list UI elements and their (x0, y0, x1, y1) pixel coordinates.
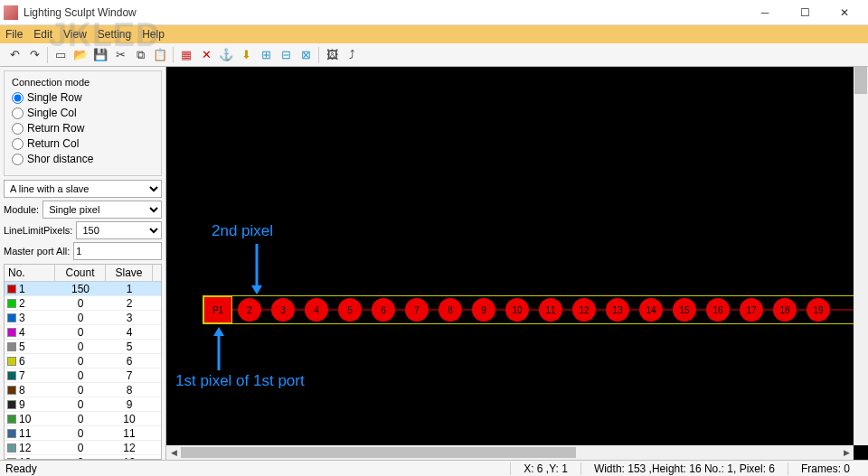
table-row[interactable]: 303 (5, 311, 161, 325)
pixel-first[interactable]: P1 (203, 296, 232, 323)
row-no: 1 (19, 283, 25, 295)
pixel-dot[interactable]: 13 (606, 298, 629, 322)
scroll-left-icon[interactable]: ◀ (166, 445, 181, 460)
scroll-right-icon[interactable]: ▶ (839, 445, 854, 460)
redo-icon[interactable]: ↷ (25, 46, 43, 64)
row-count: 0 (55, 341, 106, 353)
status-bar: Ready X: 6 ,Y: 1 Width: 153 ,Height: 16 … (0, 460, 868, 476)
cut-icon[interactable]: ✂ (111, 46, 129, 64)
pixel-dot[interactable]: 10 (505, 298, 529, 322)
pixel-dot[interactable]: 18 (773, 298, 797, 322)
arrow-down-icon (248, 244, 266, 297)
table-row[interactable]: 11501 (5, 282, 161, 296)
color-swatch (7, 371, 16, 380)
color-swatch (7, 313, 16, 322)
line-mode-select[interactable]: A line with a slave (4, 180, 162, 198)
col-slave: Slave (106, 265, 153, 281)
scrollbar-track[interactable] (181, 446, 839, 459)
select-icon[interactable]: ⊞ (257, 46, 275, 64)
menu-setting[interactable]: Setting (98, 28, 131, 41)
new-icon[interactable]: ▭ (52, 46, 70, 64)
link-icon[interactable]: ⊠ (297, 46, 315, 64)
open-icon[interactable]: 📂 (71, 46, 90, 64)
pixel-dot[interactable]: 17 (740, 298, 763, 322)
row-count: 0 (55, 398, 106, 411)
row-slave: 12 (106, 442, 153, 454)
export-icon[interactable]: ⤴ (343, 46, 361, 64)
delete-icon[interactable]: ✕ (197, 46, 215, 64)
row-no: 6 (19, 355, 25, 368)
minimize-button[interactable]: ─ (745, 0, 785, 25)
radio-single-col[interactable] (12, 107, 24, 119)
pixel-dot[interactable]: 15 (673, 298, 696, 322)
table-row[interactable]: 13013 (5, 455, 161, 459)
row-no: 8 (19, 384, 25, 397)
image-icon[interactable]: 🖼 (323, 46, 341, 64)
port-table: No. Count Slave 115012023034045056067078… (4, 264, 162, 460)
save-icon[interactable]: 💾 (91, 46, 109, 64)
menu-view[interactable]: View (63, 28, 87, 41)
menu-edit[interactable]: Edit (33, 28, 52, 41)
canvas-area[interactable]: 2nd pixel P1 234567891011121314151617181… (166, 67, 868, 460)
pixel-dot[interactable]: 2 (238, 298, 261, 322)
color-swatch (7, 328, 16, 337)
row-count: 150 (55, 283, 106, 295)
pixel-dot[interactable]: 9 (472, 298, 495, 322)
down-icon[interactable]: ⬇ (237, 46, 255, 64)
table-row[interactable]: 606 (5, 354, 161, 369)
table-row[interactable]: 10010 (5, 412, 161, 426)
pixel-dot[interactable]: 11 (539, 298, 562, 322)
paste-icon[interactable]: 📋 (151, 46, 169, 64)
table-row[interactable]: 12012 (5, 441, 161, 455)
radio-shor-distance[interactable] (12, 154, 24, 165)
pixel-dot[interactable]: 5 (338, 298, 362, 322)
table-row[interactable]: 202 (5, 296, 161, 311)
color-swatch (7, 357, 16, 366)
maximize-button[interactable]: ☐ (785, 0, 825, 25)
table-row[interactable]: 707 (5, 369, 161, 383)
color-swatch (7, 415, 16, 424)
table-row[interactable]: 11011 (5, 426, 161, 441)
table-row[interactable]: 404 (5, 325, 161, 340)
pixel-dot[interactable]: 3 (271, 298, 295, 322)
module-select[interactable]: Single pixel (42, 201, 162, 219)
radio-label: Single Row (27, 91, 82, 104)
copy-icon[interactable]: ⧉ (131, 46, 149, 64)
undo-icon[interactable]: ↶ (5, 46, 24, 64)
row-no: 12 (19, 442, 31, 454)
pixel-dot[interactable]: 7 (405, 298, 429, 322)
table-row[interactable]: 909 (5, 397, 161, 412)
masterport-input[interactable] (73, 242, 162, 260)
radio-label: Single Col (27, 107, 77, 119)
anchor-icon[interactable]: ⚓ (217, 46, 235, 64)
canvas[interactable]: 2nd pixel P1 234567891011121314151617181… (166, 67, 868, 460)
pixel-dot[interactable]: 8 (439, 298, 462, 322)
row-count: 0 (55, 384, 106, 397)
color-swatch (7, 285, 16, 294)
close-button[interactable]: ✕ (825, 0, 864, 25)
table-row[interactable]: 808 (5, 383, 161, 397)
pixel-dot[interactable]: 12 (572, 298, 596, 322)
radio-single-row[interactable] (12, 92, 24, 104)
menu-help[interactable]: Help (142, 28, 165, 41)
module-label: Module: (4, 204, 39, 215)
pixel-dot[interactable]: 4 (305, 298, 328, 322)
radio-return-row[interactable] (12, 123, 24, 135)
linelimit-select[interactable]: 150 (76, 221, 162, 239)
table-row[interactable]: 505 (5, 340, 161, 354)
pixel-dot[interactable]: 6 (372, 298, 395, 322)
menu-file[interactable]: File (5, 28, 23, 41)
pixel-dot[interactable]: 14 (639, 298, 663, 322)
scrollbar-horizontal[interactable]: ◀ ▶ (166, 445, 854, 460)
radio-return-col[interactable] (12, 138, 24, 150)
row-count: 0 (55, 427, 106, 440)
scrollbar-vertical[interactable] (854, 67, 868, 445)
arrow-up-icon (210, 327, 228, 373)
grid-icon[interactable]: ▦ (177, 46, 195, 64)
radio-label: Return Col (27, 137, 79, 150)
pixel-dot[interactable]: 19 (807, 298, 830, 322)
scrollbar-thumb[interactable] (854, 67, 867, 94)
pixel-dot[interactable]: 16 (706, 298, 730, 322)
grid2-icon[interactable]: ⊟ (277, 46, 295, 64)
scrollbar-thumb[interactable] (181, 447, 576, 458)
